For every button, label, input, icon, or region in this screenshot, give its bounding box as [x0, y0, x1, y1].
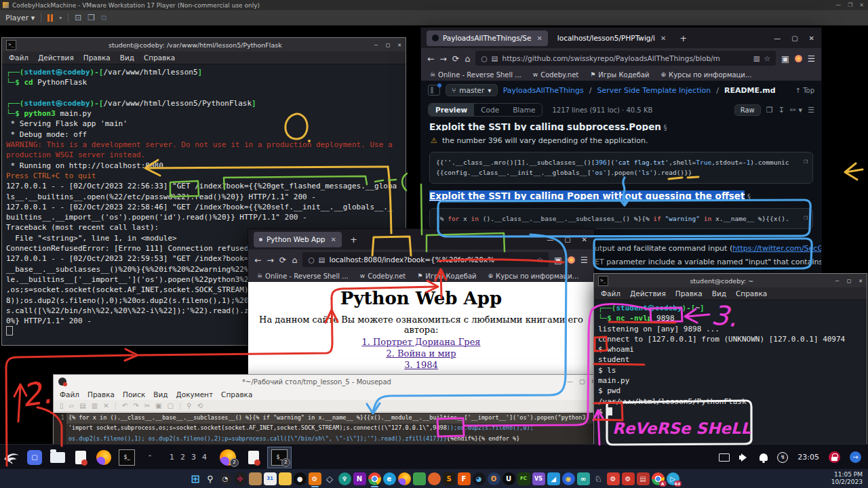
breadcrumb-folder[interactable]: Server Side Template Injection: [597, 86, 711, 95]
copy-icon[interactable]: ▣: [155, 402, 161, 409]
close-icon[interactable]: ✕: [859, 2, 864, 8]
code-block-1[interactable]: ❐{{''.__class__.mro()[1].__subclasses__(…: [429, 152, 813, 184]
code-block-2[interactable]: ❐{% for x in ().__class__.__base__.__sub…: [429, 208, 813, 229]
close-tab-icon[interactable]: ✕: [660, 35, 666, 42]
terminal1-titlebar[interactable]: >_ student@codeby: /var/www/html/lesson5…: [2, 38, 406, 52]
new-tab-button[interactable]: +: [675, 33, 691, 43]
edit-icon[interactable]: ✏ ▾: [790, 106, 802, 115]
folder-icon[interactable]: [48, 448, 67, 467]
taskbar-app-goggles[interactable]: ∞: [577, 472, 590, 485]
tab-preview[interactable]: Preview: [429, 104, 474, 116]
minimize-icon[interactable]: —: [835, 277, 839, 284]
firefox-launcher-icon[interactable]: [94, 448, 113, 467]
firefox-account-icon[interactable]: [568, 256, 575, 264]
minimize-icon[interactable]: —: [835, 2, 841, 8]
new-file-icon[interactable]: ▯: [60, 402, 64, 409]
save-as-icon[interactable]: ▥: [92, 402, 98, 409]
search-replace-icon[interactable]: ⟲: [197, 402, 203, 409]
tmenu-item[interactable]: Файл: [9, 54, 28, 62]
pocket-icon[interactable]: ▣: [781, 54, 789, 64]
maximize-icon[interactable]: ▢: [847, 277, 850, 284]
close-icon[interactable]: ✕: [809, 35, 814, 42]
back-icon[interactable]: ←: [427, 54, 434, 64]
taskbar-app-slack[interactable]: ✣: [234, 472, 247, 485]
maximize-icon[interactable]: ▢: [579, 378, 585, 385]
open-file-icon[interactable]: ▱: [69, 402, 75, 409]
download-icon[interactable]: ↧: [778, 106, 785, 115]
send-ctrl-alt-del-icon[interactable]: ⊡: [75, 13, 81, 22]
outline-icon[interactable]: ☰: [808, 106, 814, 115]
power-manager-icon[interactable]: ↯: [777, 452, 788, 463]
mpmenu-item[interactable]: Справка: [221, 390, 252, 399]
cut-icon[interactable]: ✂: [144, 402, 150, 409]
forward-icon[interactable]: →: [267, 255, 273, 265]
tmenu-item[interactable]: Правка: [675, 289, 703, 298]
taskbar-app-portrait[interactable]: [249, 472, 262, 485]
taskbar-onenote[interactable]: N: [353, 472, 366, 485]
show-desktop-icon[interactable]: [719, 453, 730, 462]
reader-icon[interactable]: ▥: [753, 54, 760, 62]
mousepad-titlebar[interactable]: *~/Рабочий стол/tmp_lesson_5 - Mousepad …: [54, 375, 601, 388]
mousepad-launcher-icon[interactable]: [71, 448, 90, 467]
sidebar-toggle-icon[interactable]: [428, 85, 440, 96]
taskbar-chrome-profile[interactable]: A: [652, 472, 665, 485]
taskbar-telegram[interactable]: ▷64: [667, 472, 679, 485]
minimize-icon[interactable]: —: [567, 378, 573, 385]
tmenu-item[interactable]: Действия: [630, 289, 666, 298]
bookmark-w[interactable]: wCodeby.net: [533, 71, 578, 79]
taskbar-app-gauge[interactable]: ◔: [219, 472, 232, 485]
bookmark-star-icon[interactable]: ☆: [764, 54, 770, 62]
undo-icon[interactable]: ↶: [122, 402, 127, 409]
app-menu-icon[interactable]: ☰: [580, 255, 588, 265]
taskbar-calendar[interactable]: 31: [264, 472, 277, 485]
screen-lock-icon[interactable]: [829, 451, 840, 463]
branch-selector[interactable]: ⑂ master ▾: [446, 84, 498, 96]
bookmark-skull[interactable]: ☠Online - Reverse Shell ...: [257, 272, 349, 280]
home-icon[interactable]: ⌂: [292, 255, 297, 265]
taskbar-fc-editor[interactable]: FC: [517, 472, 530, 485]
bookmark-flag[interactable]: ⚑Игры Кодебай: [590, 71, 649, 79]
tmenu-item[interactable]: Действия: [38, 54, 74, 62]
py-link-item[interactable]: 1. Портрет Дориана Грея: [248, 336, 594, 348]
mpmenu-item[interactable]: Вид: [153, 390, 167, 399]
bookmark-w[interactable]: wCodeby.net: [360, 272, 406, 280]
maximize-icon[interactable]: ▢: [564, 236, 570, 243]
new-tab-button[interactable]: +: [346, 235, 361, 245]
minimize-icon[interactable]: —: [547, 236, 553, 243]
py-link-item[interactable]: 2. Война и мир: [248, 348, 594, 359]
mpmenu-item[interactable]: Документ: [176, 390, 214, 399]
bookmark-globe[interactable]: ⊕Курсы по информаци...: [661, 71, 752, 79]
tmenu-item[interactable]: Вид: [712, 289, 726, 298]
tmenu-item[interactable]: Справка: [144, 54, 175, 62]
anchor-link-icon[interactable]: §: [747, 193, 751, 201]
taskbar-visual-studio[interactable]: VS: [532, 472, 545, 485]
forward-icon[interactable]: →: [439, 54, 446, 64]
pause-vm-button[interactable]: [47, 14, 53, 22]
url-bar[interactable]: ○ ▤ https://github.com/swisskyrepo/Paylo…: [475, 51, 776, 66]
taskbar-sublime[interactable]: S: [443, 472, 456, 485]
fullscreen-icon[interactable]: ❒: [87, 13, 95, 22]
close-icon[interactable]: ✕: [398, 41, 401, 48]
terminal2-titlebar[interactable]: >_ student@codeby: ~ — ▢ ✕: [594, 274, 867, 287]
taskbar-toolbox[interactable]: ▤: [637, 472, 650, 485]
bookmark-skull[interactable]: ☠Online - Reverse Shell ...: [430, 71, 521, 79]
updates-icon[interactable]: →: [850, 451, 861, 463]
search-icon[interactable]: ⚲: [186, 402, 191, 409]
taskbar-vmware-player[interactable]: ⚙: [309, 472, 321, 485]
taskbar-vscode[interactable]: ◢: [547, 472, 560, 485]
tmenu-item[interactable]: Справка: [736, 289, 767, 298]
tmenu-item[interactable]: Файл: [601, 289, 620, 298]
taskbar-firefox-window[interactable]: 2: [216, 447, 239, 468]
taskbar-app-green-box[interactable]: [413, 472, 426, 485]
clock[interactable]: 23:05: [797, 453, 819, 462]
taskbar-firefox[interactable]: [398, 472, 411, 485]
terminal-launcher-icon[interactable]: $_: [117, 448, 136, 467]
reload-icon[interactable]: ⟳: [452, 54, 459, 64]
pause-dropdown-icon[interactable]: ▾: [59, 15, 62, 21]
taskbar-clock[interactable]: 11:05 PM 10/2/2023: [831, 471, 863, 486]
taskbar-settings-red-1[interactable]: ⚙: [607, 472, 620, 485]
close-file-icon[interactable]: ✕: [103, 402, 108, 409]
tmenu-item[interactable]: Вид: [120, 54, 134, 62]
twitter-link[interactable]: https://twitter.com/SecGus: [732, 244, 821, 253]
mousepad-editor[interactable]: 1 {% for x in ().__class__.__base__.__su…: [54, 413, 601, 444]
